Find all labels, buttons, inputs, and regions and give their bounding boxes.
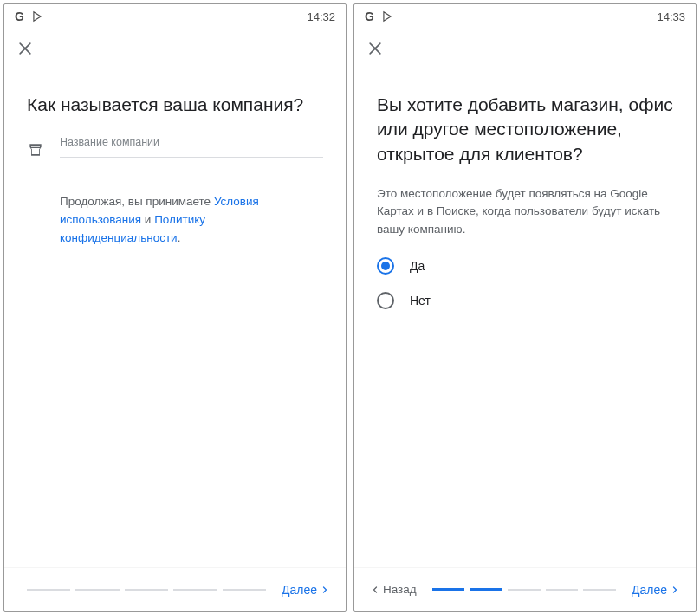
- terms-text: Продолжая, вы принимаете Условия использ…: [27, 193, 323, 248]
- page-title: Вы хотите добавить магазин, офис или дру…: [377, 93, 673, 166]
- radio-option-no[interactable]: Нет: [377, 292, 673, 309]
- page-subtitle: Это местоположение будет появляться на G…: [377, 185, 673, 238]
- page-title: Как называется ваша компания?: [27, 93, 323, 117]
- progress-seg: [27, 589, 70, 591]
- content-area: Вы хотите добавить магазин, офис или дру…: [354, 68, 696, 567]
- play-icon: [381, 10, 393, 23]
- next-label: Далее: [632, 583, 667, 597]
- clock: 14:33: [657, 10, 685, 23]
- clock: 14:32: [307, 10, 335, 23]
- location-radio-group: Да Нет: [377, 257, 673, 309]
- company-name-row: Название компании: [27, 136, 323, 159]
- app-header: [354, 29, 696, 68]
- content-area: Как называется ваша компания? Название к…: [4, 68, 346, 567]
- next-button[interactable]: Далее: [632, 583, 680, 597]
- back-label: Назад: [383, 583, 417, 596]
- next-label: Далее: [282, 583, 317, 597]
- google-g-icon: G: [365, 10, 374, 23]
- progress-seg: [173, 589, 217, 591]
- radio-label: Да: [410, 259, 425, 273]
- svg-marker-3: [384, 12, 391, 22]
- radio-label: Нет: [410, 294, 431, 308]
- progress-seg: [223, 589, 266, 591]
- company-name-input[interactable]: Название компании: [60, 136, 323, 158]
- progress-indicator: [425, 588, 623, 591]
- progress-indicator: [20, 589, 273, 591]
- input-placeholder: Название компании: [60, 136, 323, 148]
- chevron-right-icon: [320, 585, 330, 595]
- status-icons: G: [15, 10, 43, 23]
- screen-add-location: G 14:33 Вы хотите добавить магазин, офис…: [353, 3, 697, 612]
- status-bar: G 14:32: [4, 4, 346, 29]
- terms-mid: и: [141, 213, 154, 226]
- status-icons: G: [365, 10, 393, 23]
- svg-marker-0: [34, 12, 41, 22]
- input-underline: [60, 157, 323, 158]
- chevron-left-icon: [370, 585, 380, 595]
- progress-seg: [75, 589, 119, 591]
- close-icon[interactable]: [16, 40, 34, 57]
- google-g-icon: G: [15, 10, 24, 23]
- radio-button-icon: [377, 292, 394, 309]
- app-header: [4, 29, 346, 68]
- radio-button-icon: [377, 257, 394, 275]
- play-icon: [31, 10, 43, 23]
- status-bar: G 14:33: [354, 4, 696, 29]
- terms-suffix: .: [178, 231, 181, 244]
- screen-company-name: G 14:32 Как называется ваша компания? На…: [3, 3, 347, 612]
- progress-seg: [470, 588, 502, 591]
- progress-seg: [508, 589, 541, 591]
- progress-seg: [546, 589, 579, 591]
- radio-option-yes[interactable]: Да: [377, 257, 673, 275]
- terms-prefix: Продолжая, вы принимаете: [60, 195, 214, 208]
- footer-bar: Назад Далее: [354, 567, 696, 611]
- footer-bar: Далее: [4, 567, 346, 611]
- close-icon[interactable]: [366, 40, 384, 57]
- storefront-icon: [27, 141, 44, 159]
- chevron-right-icon: [670, 585, 680, 595]
- progress-seg: [432, 588, 465, 591]
- progress-seg: [583, 589, 616, 591]
- back-button[interactable]: Назад: [370, 583, 417, 596]
- progress-seg: [125, 589, 168, 591]
- next-button[interactable]: Далее: [282, 583, 330, 597]
